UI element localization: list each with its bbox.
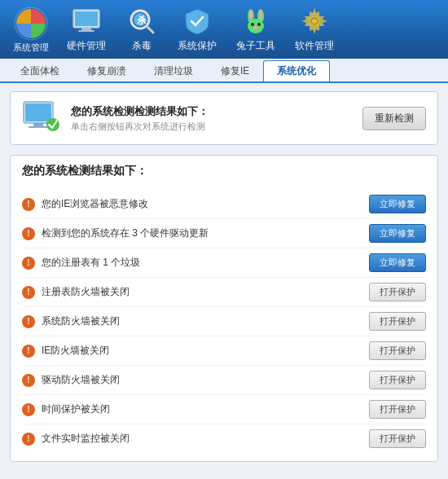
nav-kill-label: 杀毒 [132,39,152,53]
protect-button[interactable]: 打开保护 [369,429,426,448]
banner-text: 您的系统检测检测结果如下： 单击右侧按钮再次对系统进行检测 [71,104,209,133]
svg-line-7 [147,26,153,33]
nav-kill[interactable]: 杀 杀毒 [117,2,166,58]
item-text: 文件实时监控被关闭 [42,432,130,446]
item-text: IE防火墙被关闭 [42,344,109,358]
svg-point-13 [259,10,262,20]
result-item: ! 文件实时监控被关闭 打开保护 [22,424,426,453]
results-section: 您的系统检测结果如下： ! 您的IE浏览器被恶意修改 立即修复 ! 检测到您的系… [10,155,438,462]
pc-banner-icon [22,100,61,136]
protect-button[interactable]: 打开保护 [369,341,426,360]
main-content: 您的系统检测检测结果如下： 单击右侧按钮再次对系统进行检测 重新检测 您的系统检… [0,83,448,479]
monitor-icon [72,7,101,36]
svg-point-15 [257,23,261,26]
svg-rect-22 [33,123,43,126]
item-left: ! 注册表防火墙被关闭 [22,285,369,299]
svg-point-14 [251,23,254,26]
nav-protection-label: 系统保护 [178,39,217,53]
result-item: ! 您的IE浏览器被恶意修改 立即修复 [22,190,426,219]
tab-full-check[interactable]: 全面体检 [7,60,73,81]
recheck-button[interactable]: 重新检测 [362,107,426,130]
warning-icon: ! [22,315,35,328]
warning-icon: ! [22,198,35,211]
item-left: ! 您的注册表有 1 个垃圾 [22,256,369,270]
results-title: 您的系统检测结果如下： [22,164,426,183]
banner-left: 您的系统检测检测结果如下： 单击右侧按钮再次对系统进行检测 [22,100,209,136]
svg-point-12 [249,10,253,20]
warning-icon: ! [22,286,35,299]
protect-button[interactable]: 打开保护 [369,400,426,419]
item-left: ! 系统防火墙被关闭 [22,314,369,328]
main-area: 您的系统检测检测结果如下： 单击右侧按钮再次对系统进行检测 重新检测 您的系统检… [0,83,448,479]
results-list: ! 您的IE浏览器被恶意修改 立即修复 ! 检测到您的系统存在 3 个硬件驱动更… [22,190,426,453]
item-text: 您的IE浏览器被恶意修改 [42,197,148,211]
warning-icon: ! [22,403,35,416]
nav-software[interactable]: 软件管理 [287,2,342,58]
result-item: ! IE防火墙被关闭 打开保护 [22,336,426,366]
item-left: ! 检测到您的系统存在 3 个硬件驱动更新 [22,226,369,240]
item-left: ! IE防火墙被关闭 [22,344,369,358]
nav-software-label: 软件管理 [295,39,334,53]
warning-icon: ! [22,433,35,446]
protect-button[interactable]: 打开保护 [369,312,426,331]
item-left: ! 驱动防火墙被关闭 [22,373,369,387]
gear-icon [300,7,329,36]
nav-hardware-label: 硬件管理 [67,39,106,53]
svg-rect-2 [75,11,98,26]
warning-icon: ! [22,374,35,387]
item-text: 系统防火墙被关闭 [42,314,120,328]
banner-subtitle: 单击右侧按钮再次对系统进行检测 [71,121,209,133]
tab-optimize[interactable]: 系统优化 [263,60,330,81]
tab-clean-junk[interactable]: 清理垃圾 [140,60,207,81]
item-text: 检测到您的系统存在 3 个硬件驱动更新 [42,226,209,240]
nav-rabbit[interactable]: 兔子工具 [228,2,283,58]
result-item: ! 您的注册表有 1 个垃圾 立即修复 [22,248,426,278]
rabbit-icon [241,7,270,36]
nav-rabbit-label: 兔子工具 [236,39,275,53]
fix-button[interactable]: 立即修复 [369,224,426,243]
protect-button[interactable]: 打开保护 [369,371,426,389]
shield-icon [182,7,212,36]
item-text: 注册表防火墙被关闭 [42,285,130,299]
item-text: 您的注册表有 1 个垃圾 [42,256,140,270]
logo-icon [13,6,49,42]
svg-point-16 [253,26,258,29]
result-item: ! 检测到您的系统存在 3 个硬件驱动更新 立即修复 [22,219,426,248]
item-text: 驱动防火墙被关闭 [42,373,120,387]
protect-button[interactable]: 打开保护 [369,283,426,301]
nav-protection[interactable]: 系统保护 [169,2,225,58]
app-header: 系统管理 硬件管理 杀 杀毒 [0,0,448,59]
result-banner: 您的系统检测检测结果如下： 单击右侧按钮再次对系统进行检测 重新检测 [10,91,438,145]
warning-icon: ! [22,345,35,358]
result-item: ! 驱动防火墙被关闭 打开保护 [22,366,426,395]
warning-icon: ! [22,227,35,240]
svg-rect-3 [81,28,91,30]
result-item: ! 系统防火墙被关闭 打开保护 [22,307,426,336]
result-item: ! 注册表防火墙被关闭 打开保护 [22,278,426,307]
item-left: ! 文件实时监控被关闭 [22,432,369,446]
nav-hardware[interactable]: 硬件管理 [59,2,114,58]
svg-rect-21 [25,103,51,121]
svg-point-19 [312,19,317,24]
app-logo: 系统管理 [7,2,55,57]
tab-fix-errors[interactable]: 修复崩溃 [73,60,140,81]
item-left: ! 时间保护被关闭 [22,402,369,416]
tab-fix-ie[interactable]: 修复IE [207,60,263,81]
logo-label: 系统管理 [13,42,49,54]
fix-button[interactable]: 立即修复 [369,253,426,272]
svg-text:杀: 杀 [137,15,147,26]
item-text: 时间保护被关闭 [42,402,110,416]
fix-button[interactable]: 立即修复 [369,195,426,213]
tab-bar: 全面体检 修复崩溃 清理垃圾 修复IE 系统优化 [0,59,448,83]
svg-rect-23 [29,126,48,128]
result-item: ! 时间保护被关闭 打开保护 [22,395,426,424]
warning-icon: ! [22,257,35,270]
banner-title: 您的系统检测检测结果如下： [71,104,209,119]
item-left: ! 您的IE浏览器被恶意修改 [22,197,369,211]
svg-rect-4 [78,30,94,32]
search-kill-icon: 杀 [127,7,156,36]
